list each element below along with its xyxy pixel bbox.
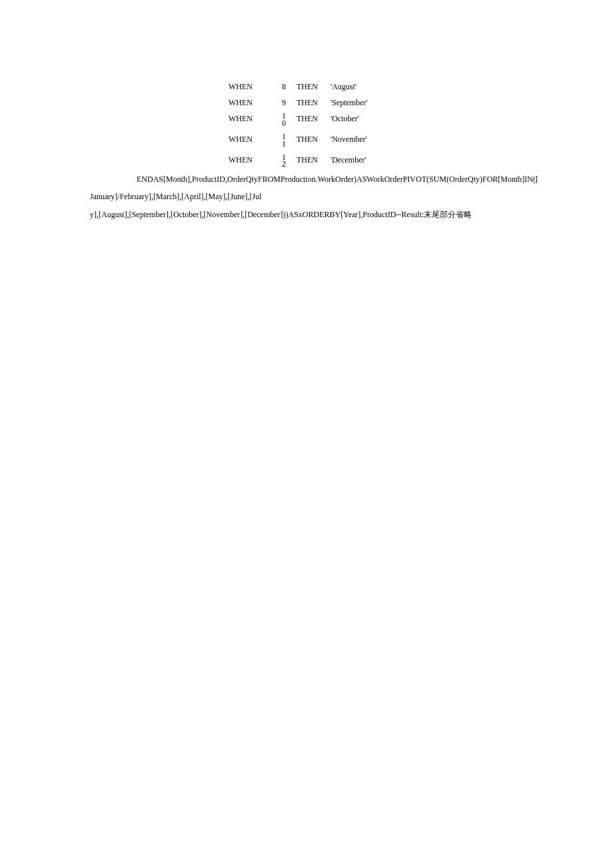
when-cell: WHEN <box>223 152 264 173</box>
sql-line-3: y],[August],[September],[October],[Novem… <box>90 206 596 223</box>
then-cell: THEN <box>291 131 325 152</box>
when-cell: WHEN <box>223 131 264 152</box>
case-row: WHEN 10 THEN 'October' <box>223 111 396 131</box>
num-cell: 11 <box>264 131 291 152</box>
when-cell: WHEN <box>223 95 264 111</box>
case-row: WHEN 9 THEN 'September' <box>223 95 396 111</box>
val-cell: 'September' <box>325 95 396 111</box>
val-cell: 'August' <box>325 79 396 95</box>
num-cell: 12 <box>264 152 291 173</box>
case-row: WHEN 12 THEN 'December' <box>223 152 396 173</box>
then-cell: THEN <box>291 79 325 95</box>
num-cell: 8 <box>264 79 291 95</box>
case-row: WHEN 8 THEN 'August' <box>223 79 396 95</box>
sql-case-table: WHEN 8 THEN 'August' WHEN 9 THEN 'Septem… <box>223 79 396 172</box>
num-cell: 9 <box>264 95 291 111</box>
case-row: WHEN 11 THEN 'November' <box>223 131 396 152</box>
when-cell: WHEN <box>223 79 264 95</box>
val-cell: 'October' <box>325 111 396 131</box>
then-cell: THEN <box>291 95 325 111</box>
val-cell: 'November' <box>325 131 396 152</box>
then-cell: THEN <box>291 111 325 131</box>
when-cell: WHEN <box>223 111 264 131</box>
val-cell: 'December' <box>325 152 396 173</box>
then-cell: THEN <box>291 152 325 173</box>
sql-line-1: ENDAS[Month],ProductID,OrderQtyFROMProdu… <box>137 171 596 188</box>
sql-body-text: ENDAS[Month],ProductID,OrderQtyFROMProdu… <box>90 171 596 223</box>
num-cell: 10 <box>264 111 291 131</box>
sql-line-2: January]/February],[March],[April],[May]… <box>90 188 596 205</box>
